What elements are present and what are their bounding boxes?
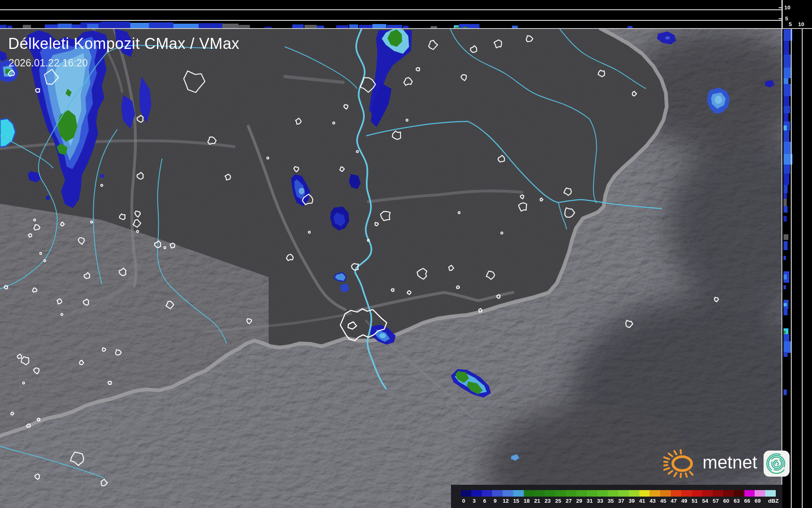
legend-cell <box>713 490 723 497</box>
legend-label: 27 <box>566 498 572 504</box>
echo-profile-blob <box>784 285 786 289</box>
legend-cell <box>639 490 650 497</box>
profile-gridline-10km-vertical <box>802 29 803 508</box>
echo-profile-blob <box>349 24 358 28</box>
legend-label: 69 <box>755 498 761 504</box>
echo-profile-blob <box>784 55 791 68</box>
echo-profile-blob <box>173 24 199 28</box>
legend-label: 43 <box>650 498 656 504</box>
legend-cell <box>524 490 534 497</box>
legend-label: 49 <box>681 498 687 504</box>
legend-cell <box>503 490 513 497</box>
legend-label: 54 <box>702 498 708 504</box>
sun-ray <box>663 468 669 470</box>
legend-cell <box>608 490 618 497</box>
top-echo-height-profile <box>0 0 781 29</box>
legend-label: 35 <box>608 498 614 504</box>
legend-label: 33 <box>597 498 603 504</box>
echo-profile-blob <box>372 24 386 28</box>
echo-profile-blob <box>292 24 304 28</box>
legend-cell <box>545 490 555 497</box>
legend-label: 60 <box>723 498 729 504</box>
sun-ray <box>663 465 668 466</box>
echo-profile-blob <box>222 24 239 28</box>
echo-profile-blob <box>101 22 130 28</box>
legend-cell <box>692 490 703 497</box>
sun-ray <box>686 473 687 477</box>
echo-profile-blob <box>784 331 786 334</box>
legend-color-scale <box>461 490 776 497</box>
legend-label: 15 <box>513 498 519 504</box>
sun-ray <box>681 450 681 454</box>
echo-profile-blob <box>784 130 789 142</box>
sun-ray <box>674 451 676 455</box>
sun-icon <box>663 446 701 481</box>
echo-profile-blob <box>784 142 792 154</box>
legend-cell <box>534 490 545 497</box>
echo-profile-blob <box>784 309 788 315</box>
echo-profile-blob <box>23 25 31 28</box>
echo-profile-blob <box>784 256 786 260</box>
dbz-unit-label: dBZ <box>768 498 779 504</box>
height-axis-label-5: 5 <box>785 15 788 22</box>
echo-profile-blob <box>784 84 792 96</box>
distance-axis-label-5: 5 <box>789 21 792 27</box>
legend-cell <box>576 490 587 497</box>
profile-map-separator-line <box>0 28 812 29</box>
brand-logo[interactable]: metnet <box>663 446 790 481</box>
legend-cell <box>513 490 524 497</box>
legend-label: 6 <box>483 498 486 504</box>
legend-label: 47 <box>671 498 677 504</box>
metnet-app-icon <box>763 446 790 481</box>
legend-cell <box>618 490 629 497</box>
echo-profile-blob <box>784 174 789 185</box>
legend-cell <box>671 490 681 497</box>
echo-profile-blob <box>784 275 787 279</box>
legend-label: 9 <box>494 498 497 504</box>
sun-ray <box>663 461 668 462</box>
legend-cell <box>492 490 503 497</box>
echo-profile-blob <box>784 206 788 213</box>
legend-label: 12 <box>503 498 509 504</box>
legend-label: 31 <box>587 498 593 504</box>
legend-label: 29 <box>576 498 582 504</box>
legend-label: 57 <box>713 498 719 504</box>
legend-label: 45 <box>660 498 666 504</box>
height-axis-label-10: 10 <box>784 4 790 11</box>
legend-cell <box>587 490 598 497</box>
legend-cell <box>765 490 776 497</box>
axis-tick-5 <box>779 18 782 19</box>
legend-cell <box>471 490 482 497</box>
echo-profile-blob <box>239 25 250 28</box>
echo-profile-blob <box>130 23 149 28</box>
echo-profile-blob <box>784 341 791 353</box>
legend-label: 21 <box>534 498 540 504</box>
echo-profile-blob <box>58 24 72 28</box>
legend-label: 66 <box>744 498 750 504</box>
timestamp: 2026.01.22 16:20 <box>9 57 88 69</box>
echo-profile-blob <box>149 22 173 28</box>
legend-label: 0 <box>462 498 465 504</box>
echo-profile-blob <box>304 25 317 28</box>
echo-profile-blob <box>784 78 788 84</box>
profile-gridline-10km <box>0 9 781 10</box>
legend-cell <box>597 490 608 497</box>
sun-ray <box>690 472 693 475</box>
axis-tick-10 <box>779 7 782 8</box>
echo-profile-blob <box>784 125 787 130</box>
legend-label: 41 <box>639 498 645 504</box>
echo-profile-blob <box>784 303 787 306</box>
echo-profile-blob <box>784 334 789 341</box>
map-right-border-line <box>781 0 782 508</box>
legend-label: 25 <box>555 498 561 504</box>
legend-cell <box>755 490 765 497</box>
radar-map-svg <box>0 29 782 508</box>
legend-label: 51 <box>692 498 698 504</box>
legend-cell <box>566 490 576 497</box>
legend-label: 23 <box>545 498 551 504</box>
echo-profile-blob <box>72 24 81 28</box>
legend-cell <box>660 490 671 497</box>
echo-profile-blob <box>784 68 792 78</box>
legend-cell <box>629 490 639 497</box>
map-canvas[interactable] <box>0 29 782 508</box>
